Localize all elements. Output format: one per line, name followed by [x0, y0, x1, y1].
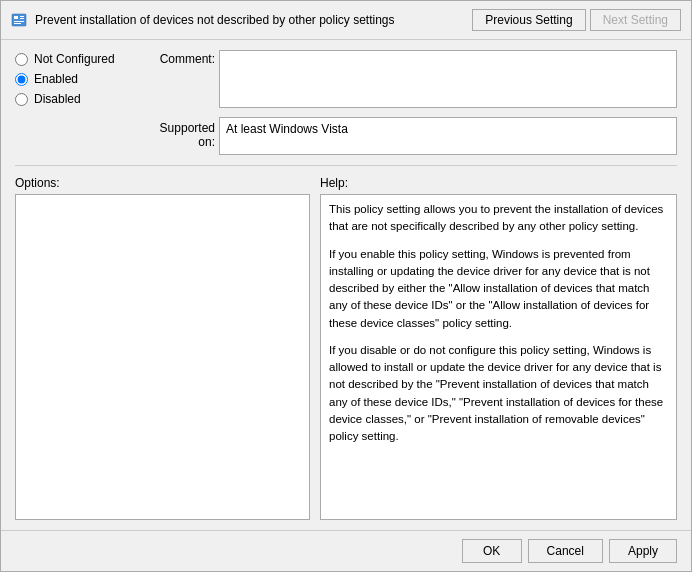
comment-textarea-wrapper: [219, 50, 677, 111]
svg-rect-1: [14, 16, 18, 19]
radio-disabled-label: Disabled: [34, 92, 81, 106]
svg-rect-5: [14, 23, 21, 24]
cancel-button[interactable]: Cancel: [528, 539, 603, 563]
help-label: Help:: [320, 176, 677, 190]
radio-not-configured[interactable]: Not Configured: [15, 52, 145, 66]
title-buttons: Previous Setting Next Setting: [472, 9, 681, 31]
radio-group: Not Configured Enabled Disabled: [15, 50, 145, 155]
svg-rect-2: [20, 16, 24, 17]
main-content: Not Configured Enabled Disabled Comment:: [1, 40, 691, 530]
help-paragraph-2: If you enable this policy setting, Windo…: [329, 246, 668, 332]
help-text-box: This policy setting allows you to preven…: [320, 194, 677, 520]
comment-row: Comment:: [145, 50, 677, 111]
right-fields: Comment: Supported on: At least Windows …: [145, 50, 677, 155]
supported-inner: At least Windows Vista: [219, 117, 677, 155]
radio-not-configured-input[interactable]: [15, 53, 28, 66]
comment-label: Comment:: [145, 50, 215, 66]
divider: [15, 165, 677, 166]
options-label: Options:: [15, 176, 310, 190]
radio-enabled-label: Enabled: [34, 72, 78, 86]
footer: OK Cancel Apply: [1, 530, 691, 571]
radio-disabled[interactable]: Disabled: [15, 92, 145, 106]
radio-enabled[interactable]: Enabled: [15, 72, 145, 86]
ok-button[interactable]: OK: [462, 539, 522, 563]
help-paragraph-3: If you disable or do not configure this …: [329, 342, 668, 446]
help-panel: Help: This policy setting allows you to …: [320, 176, 677, 520]
svg-rect-0: [12, 14, 26, 26]
next-setting-button[interactable]: Next Setting: [590, 9, 681, 31]
help-paragraph-1: This policy setting allows you to preven…: [329, 201, 668, 236]
policy-icon: [11, 12, 27, 28]
dialog-window: Prevent installation of devices not desc…: [0, 0, 692, 572]
svg-rect-4: [14, 21, 24, 22]
options-panel: Options:: [15, 176, 310, 520]
top-form: Not Configured Enabled Disabled Comment:: [15, 50, 677, 155]
svg-rect-3: [20, 18, 24, 19]
dialog-title: Prevent installation of devices not desc…: [35, 13, 472, 27]
title-bar: Prevent installation of devices not desc…: [1, 1, 691, 40]
previous-setting-button[interactable]: Previous Setting: [472, 9, 585, 31]
supported-value: At least Windows Vista: [219, 117, 677, 155]
supported-row: Supported on: At least Windows Vista: [145, 117, 677, 155]
radio-not-configured-label: Not Configured: [34, 52, 115, 66]
options-box: [15, 194, 310, 520]
comment-textarea[interactable]: [219, 50, 677, 108]
radio-enabled-input[interactable]: [15, 73, 28, 86]
radio-disabled-input[interactable]: [15, 93, 28, 106]
apply-button[interactable]: Apply: [609, 539, 677, 563]
title-bar-left: Prevent installation of devices not desc…: [11, 12, 472, 28]
supported-label: Supported on:: [145, 117, 215, 149]
bottom-panels: Options: Help: This policy setting allow…: [15, 176, 677, 520]
